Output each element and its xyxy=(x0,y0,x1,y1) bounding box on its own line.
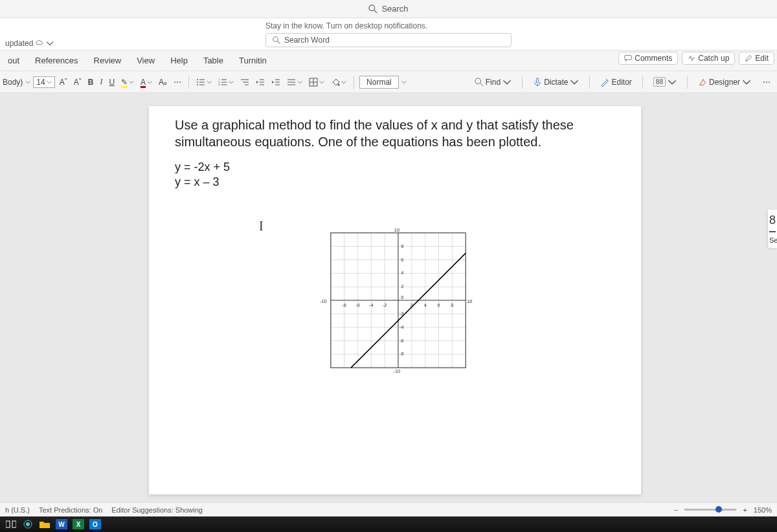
svg-point-9 xyxy=(197,84,198,85)
style-select[interactable]: Normal xyxy=(359,76,399,89)
designer-button[interactable]: Designer xyxy=(694,76,755,88)
tab-review[interactable]: Review xyxy=(86,50,130,71)
chevron-down-icon[interactable] xyxy=(401,80,407,85)
svg-point-0 xyxy=(369,5,375,10)
toolbar-right: Find Dictate Editor 88 Designer ⋯ xyxy=(471,76,774,89)
taskbar: W X O xyxy=(0,516,777,532)
copilot-svg xyxy=(23,520,32,529)
shrink-font-button[interactable]: Aˇ xyxy=(72,78,84,87)
document-area: Use a graphical method to find the value… xyxy=(0,93,777,507)
comments-button[interactable]: Comments xyxy=(618,52,678,65)
svg-text:10: 10 xyxy=(394,227,400,233)
zoom-level[interactable]: 150% xyxy=(754,506,772,514)
search-icon xyxy=(368,5,377,14)
style-value: Normal xyxy=(366,78,392,87)
tab-table[interactable]: Table xyxy=(196,50,231,71)
svg-point-7 xyxy=(197,82,198,83)
chevron-down-icon xyxy=(147,80,152,85)
comment-icon xyxy=(624,54,632,62)
clear-format-button[interactable]: Aₒ xyxy=(157,78,169,87)
graph-svg: 10 8 6 4 2 0 -2 -4 -6 -8 -10 -10 -8 -6 -… xyxy=(311,219,486,381)
search-word-input[interactable]: Search Word xyxy=(265,33,512,47)
svg-text:-2: -2 xyxy=(400,311,403,316)
editor-score-button[interactable]: 88 xyxy=(649,76,681,88)
svg-point-32 xyxy=(338,83,340,85)
outlook-icon[interactable]: O xyxy=(89,519,101,529)
find-button[interactable]: Find xyxy=(471,76,515,88)
title-search[interactable]: Search xyxy=(368,4,408,14)
tab-view[interactable]: View xyxy=(129,50,163,71)
font-family-label: Body) xyxy=(3,78,23,87)
svg-rect-82 xyxy=(12,521,16,527)
copilot-icon[interactable] xyxy=(22,519,34,529)
designer-icon xyxy=(698,78,707,87)
search-placeholder: Search Word xyxy=(284,36,330,45)
outdent-button[interactable] xyxy=(254,78,267,87)
taskview-svg xyxy=(6,520,16,529)
status-suggestions[interactable]: Editor Suggestions: Showing xyxy=(111,506,203,514)
table-button[interactable] xyxy=(307,78,326,87)
status-language[interactable]: h (U.S.) xyxy=(5,506,30,514)
zoom-out-button[interactable]: − xyxy=(674,506,678,514)
align-button[interactable] xyxy=(285,78,304,87)
tab-out[interactable]: out xyxy=(0,50,27,71)
grow-font-button[interactable]: Aˆ xyxy=(58,78,69,87)
title-search-text: Search xyxy=(381,4,408,14)
paint-bucket-icon xyxy=(331,78,340,87)
search-icon xyxy=(273,36,280,44)
chevron-down-icon xyxy=(229,80,234,85)
numbering-button[interactable]: 123 xyxy=(216,78,236,87)
excel-icon[interactable]: X xyxy=(73,519,84,529)
catchup-button[interactable]: Catch up xyxy=(682,52,735,65)
tab-help[interactable]: Help xyxy=(163,50,196,71)
indent-button[interactable] xyxy=(269,78,282,87)
more-options-button[interactable]: ⋯ xyxy=(759,76,774,88)
cloud-icon xyxy=(36,39,43,47)
zoom-slider[interactable] xyxy=(684,509,736,511)
tab-turnitin[interactable]: Turnitin xyxy=(231,50,275,71)
separator xyxy=(687,76,688,89)
equation-1: y = -2x + 5 xyxy=(175,161,615,174)
dictate-button[interactable]: Dictate xyxy=(529,76,583,88)
shading-button[interactable] xyxy=(329,78,348,87)
multilevel-icon xyxy=(240,78,249,87)
underline-button[interactable]: U xyxy=(107,78,117,87)
font-color-button[interactable]: A xyxy=(139,78,154,87)
zoom-in-button[interactable]: + xyxy=(743,506,747,514)
bold-button[interactable]: B xyxy=(86,78,96,87)
align-icon xyxy=(287,78,296,87)
tab-references[interactable]: References xyxy=(27,50,85,71)
document-page[interactable]: Use a graphical method to find the value… xyxy=(149,106,641,494)
notification-bar: Stay in the know. Turn on desktop notifi… xyxy=(0,18,777,50)
editor-button[interactable]: Editor xyxy=(596,76,635,88)
svg-text:2: 2 xyxy=(401,283,403,289)
svg-text:-8: -8 xyxy=(342,302,346,308)
italic-button[interactable]: I xyxy=(98,77,104,87)
highlight-button[interactable]: ✎ xyxy=(119,78,136,87)
dictate-label: Dictate xyxy=(544,78,568,87)
multilevel-button[interactable] xyxy=(238,78,251,87)
editor-label: Editor xyxy=(611,78,631,87)
separator xyxy=(642,76,643,89)
chevron-down-icon xyxy=(297,80,302,85)
chevron-down-icon xyxy=(319,80,324,85)
svg-rect-4 xyxy=(625,56,632,60)
designer-label: Designer xyxy=(709,78,740,87)
word-icon[interactable]: W xyxy=(56,519,67,529)
svg-text:-2: -2 xyxy=(383,302,387,308)
task-view-icon[interactable] xyxy=(5,519,17,529)
chevron-down-icon xyxy=(341,80,346,85)
explorer-icon[interactable] xyxy=(39,519,51,529)
svg-text:8: 8 xyxy=(401,243,403,249)
side-panel-badge[interactable]: 8 Se xyxy=(768,210,777,248)
status-predictions[interactable]: Text Predictions: On xyxy=(39,506,102,514)
svg-text:8: 8 xyxy=(451,302,453,308)
chevron-down-icon[interactable] xyxy=(25,80,30,85)
font-size-select[interactable]: 14 xyxy=(33,76,54,88)
bullets-button[interactable] xyxy=(194,78,214,87)
catchup-label: Catch up xyxy=(698,54,729,63)
svg-text:-10: -10 xyxy=(394,369,401,375)
edit-button[interactable]: Edit xyxy=(739,52,774,65)
more-button[interactable]: ⋯ xyxy=(172,78,183,87)
updated-badge[interactable]: updated xyxy=(0,38,59,49)
